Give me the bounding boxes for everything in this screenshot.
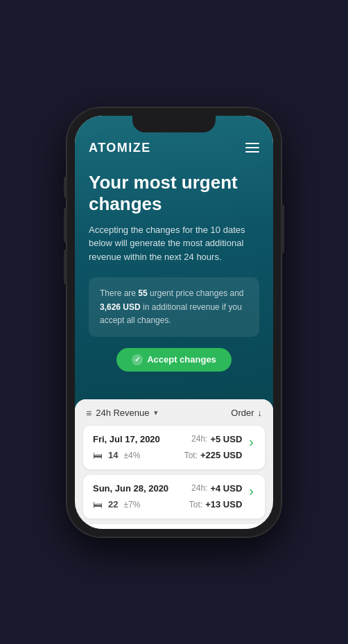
hero-description: Accepting the changes for the 10 dates b… bbox=[89, 223, 259, 264]
hero-title: Your most urgent changes bbox=[89, 172, 259, 215]
card-tot-label: Tot: bbox=[184, 451, 198, 460]
card-rooms: 22 bbox=[108, 499, 118, 510]
card-tot-label: Tot: bbox=[189, 500, 202, 510]
info-text: There are 55 urgent price changes and 3,… bbox=[100, 287, 248, 327]
app-logo: ATOMIZE bbox=[89, 141, 151, 155]
table-row: Thu, Jul 02, 2020 24h: +3 USD 🛏 17 bbox=[83, 524, 265, 529]
menu-button[interactable] bbox=[245, 143, 259, 153]
filter-bar: ≡ 24h Revenue ▾ Order ↓ bbox=[75, 399, 273, 426]
card-expand-button[interactable]: › bbox=[247, 434, 255, 450]
card-tot-value: +225 USD bbox=[200, 450, 242, 460]
card-date: Fri, Jul 17, 2020 bbox=[93, 434, 160, 444]
card-24h-label: 24h: bbox=[191, 483, 207, 493]
card-content: Sun, Jun 28, 2020 24h: +4 USD 🛏 22 bbox=[93, 483, 242, 510]
volume-down-button bbox=[64, 250, 67, 284]
filter-left: ≡ 24h Revenue ▾ bbox=[86, 408, 158, 419]
table-row: Sun, Jun 28, 2020 24h: +4 USD 🛏 22 bbox=[83, 475, 265, 519]
card-24h-value: +5 USD bbox=[210, 434, 242, 444]
hero-section: Your most urgent changes Accepting the c… bbox=[75, 166, 273, 385]
card-variance: ±4% bbox=[123, 451, 140, 460]
cards-section: ≡ 24h Revenue ▾ Order ↓ Fri, Jul 17, bbox=[75, 399, 273, 529]
card-left-info: 🛏 14 ±4% bbox=[93, 450, 140, 461]
card-date: Sun, Jun 28, 2020 bbox=[93, 483, 168, 494]
notch bbox=[132, 116, 216, 132]
order-label: Order bbox=[231, 408, 254, 418]
card-24h-label: 24h: bbox=[191, 434, 207, 444]
screen-content: ATOMIZE Your most urgent changes Accepti… bbox=[75, 116, 273, 529]
power-button bbox=[281, 204, 284, 253]
card-variance: ±7% bbox=[123, 500, 140, 510]
card-row-bottom: 🛏 14 ±4% Tot: +225 USD bbox=[93, 450, 242, 461]
info-mid: urgent price changes and bbox=[148, 288, 244, 298]
phone-frame: ATOMIZE Your most urgent changes Accepti… bbox=[67, 107, 281, 537]
info-prefix: There are bbox=[100, 288, 138, 298]
accept-changes-button[interactable]: ✓ Accept changes bbox=[116, 348, 232, 372]
phone-screen: ATOMIZE Your most urgent changes Accepti… bbox=[75, 116, 273, 529]
card-rooms: 14 bbox=[108, 450, 118, 460]
card-tot-value: +13 USD bbox=[205, 499, 242, 510]
mute-button bbox=[64, 177, 67, 198]
filter-dropdown-icon: ▾ bbox=[154, 408, 158, 417]
table-row: Fri, Jul 17, 2020 24h: +5 USD 🛏 14 bbox=[83, 426, 265, 469]
card-24h-value: +4 USD bbox=[210, 483, 242, 494]
card-content: Fri, Jul 17, 2020 24h: +5 USD 🛏 14 bbox=[93, 434, 242, 461]
check-icon: ✓ bbox=[132, 354, 143, 365]
hamburger-line-2 bbox=[245, 147, 259, 148]
order-button[interactable]: Order ↓ bbox=[231, 408, 262, 418]
hamburger-line-3 bbox=[245, 151, 259, 153]
info-box: There are 55 urgent price changes and 3,… bbox=[89, 277, 259, 337]
card-row-bottom: 🛏 22 ±7% Tot: +13 USD bbox=[93, 499, 242, 510]
bed-icon: 🛏 bbox=[93, 450, 103, 461]
urgent-count: 55 bbox=[138, 288, 147, 298]
hamburger-line-1 bbox=[245, 143, 259, 144]
accept-button-label: Accept changes bbox=[147, 354, 216, 365]
filter-icon: ≡ bbox=[86, 408, 92, 419]
card-left-info: 🛏 22 ±7% bbox=[93, 499, 140, 510]
bed-icon: 🛏 bbox=[93, 499, 103, 510]
filter-label[interactable]: 24h Revenue bbox=[96, 408, 149, 418]
volume-up-button bbox=[64, 208, 67, 243]
card-row-top: Fri, Jul 17, 2020 24h: +5 USD bbox=[93, 434, 242, 444]
order-arrow-icon: ↓ bbox=[258, 408, 263, 418]
revenue-amount: 3,626 USD bbox=[100, 302, 141, 312]
card-row-top: Sun, Jun 28, 2020 24h: +4 USD bbox=[93, 483, 242, 494]
card-expand-button[interactable]: › bbox=[247, 483, 255, 499]
